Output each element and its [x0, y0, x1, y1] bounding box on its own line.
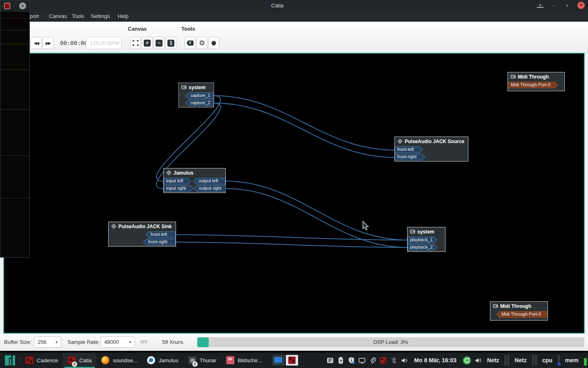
- node-midi-through-out[interactable]: Midi Through Midi Through Port-0: [508, 72, 565, 91]
- tools-configure-button[interactable]: ⚙: [196, 37, 207, 49]
- network-graph: [504, 355, 509, 366]
- node-title-label: Midi Through: [518, 74, 549, 80]
- menu-tools[interactable]: Tools: [72, 13, 84, 19]
- volume-icon[interactable]: [475, 357, 482, 364]
- port-source-front-right[interactable]: front-right: [395, 154, 425, 160]
- canvas-zoom-fit-button[interactable]: [130, 37, 141, 49]
- mouse-cursor: [362, 221, 370, 231]
- close-button[interactable]: ×: [577, 2, 585, 9]
- task-jamulus[interactable]: Jamulus: [142, 352, 183, 368]
- clipboard-icon[interactable]: [327, 357, 334, 364]
- transport-time: 00:00:00: [60, 40, 87, 46]
- chevron-down-icon: ▾: [56, 340, 58, 344]
- window-controls: ▲ – ＋ ×: [537, 2, 585, 9]
- window-count-badge: 2: [192, 361, 198, 367]
- meter-scale-line: [1, 70, 29, 70]
- battery-icon[interactable]: [337, 357, 344, 364]
- meter-window[interactable]: ×: [0, 0, 30, 258]
- tools-record-button[interactable]: [208, 37, 219, 49]
- clear-icon: ×: [187, 40, 194, 46]
- menu-canvas[interactable]: Canvas: [49, 13, 67, 19]
- workspace-2-active[interactable]: [286, 355, 298, 366]
- sample-rate-select[interactable]: 48000 ▾: [100, 337, 135, 348]
- tools-clear-xruns-button[interactable]: ×: [185, 37, 196, 49]
- system-tray: Mo 8 Mär, 16:03 Netz Netz cpu mem swap 5…: [327, 355, 588, 366]
- workspace-pager[interactable]: [272, 355, 298, 366]
- port-sink-front-right[interactable]: front-right: [143, 239, 176, 245]
- meter-scale-line: [1, 44, 29, 44]
- node-title-label: Midi Through: [500, 303, 531, 309]
- node-system-capture[interactable]: system capture_1 capture_2: [178, 83, 214, 108]
- patchbay-tray-icon[interactable]: [380, 357, 387, 364]
- manjaro-menu-icon[interactable]: [5, 355, 15, 366]
- minimize-button[interactable]: –: [550, 2, 557, 9]
- port-midi-through-out[interactable]: Midi Through Port-0: [508, 82, 558, 88]
- taskbar: ⁞⁞ Cadence 2 Catia soundse... Jamulus 2 …: [0, 352, 588, 368]
- port-jamulus-input-left[interactable]: input left: [164, 178, 191, 184]
- volume-icon[interactable]: [401, 357, 408, 364]
- canvas-zoom-in-button[interactable]: +: [142, 37, 153, 49]
- sample-rate-label: Sample Rate:: [67, 339, 100, 345]
- transport-backward-button[interactable]: ◀◀: [31, 37, 42, 49]
- node-pulseaudio-jack-sink[interactable]: PulseAudio JACK Sink front-left front-ri…: [108, 222, 176, 247]
- transport-forward-button[interactable]: ▶▶: [42, 37, 53, 49]
- task-cadence[interactable]: Cadence: [20, 352, 63, 368]
- port-jamulus-output-left[interactable]: output left: [193, 178, 225, 184]
- port-playback-1[interactable]: playback_1: [408, 237, 438, 243]
- node-title-label: Jamulus: [174, 170, 194, 176]
- node-pulseaudio-jack-source[interactable]: PulseAudio JACK Source front-left front-…: [394, 137, 468, 162]
- canvas-zoom-out-button[interactable]: −: [154, 37, 165, 49]
- canvas-zoom-100-button[interactable]: 1: [165, 37, 176, 49]
- menu-help[interactable]: Help: [118, 13, 129, 19]
- paperclip-icon[interactable]: [369, 357, 376, 364]
- bpm-input[interactable]: [86, 37, 122, 49]
- cpu-monitor-label[interactable]: cpu: [542, 357, 552, 364]
- close-icon[interactable]: ×: [19, 2, 26, 9]
- node-midi-through-in[interactable]: Midi Through Midi Through Port-0: [490, 301, 548, 321]
- mem-monitor-label[interactable]: mem: [565, 357, 579, 364]
- task-screenshot[interactable]: Bildschir...: [221, 352, 267, 368]
- port-jamulus-input-right[interactable]: input right: [164, 185, 194, 192]
- node-system-playback[interactable]: system playback_1 playback_2: [407, 227, 445, 252]
- dsp-load-text: DSP Load: 3%: [197, 339, 584, 345]
- bluetooth-off-icon[interactable]: [390, 357, 397, 364]
- port-source-front-left[interactable]: front-left: [395, 146, 423, 153]
- network-monitor-label[interactable]: Netz: [487, 357, 499, 364]
- buffer-size-select[interactable]: 256 ▾: [34, 337, 61, 348]
- realtime-label: RT: [140, 339, 147, 345]
- clock[interactable]: Mo 8 Mär, 16:03: [414, 357, 457, 364]
- port-sink-front-left[interactable]: front-left: [145, 231, 176, 238]
- task-catia[interactable]: 2 Catia: [63, 352, 96, 368]
- maximize-button[interactable]: ＋: [564, 2, 570, 9]
- task-thunar[interactable]: 2 Thunar: [183, 352, 221, 368]
- dsp-load-bar: DSP Load: 3%: [197, 337, 584, 347]
- shield-info-icon[interactable]: [348, 357, 355, 364]
- port-playback-2[interactable]: playback_2: [408, 244, 438, 251]
- application-icon: [111, 224, 116, 229]
- display-icon[interactable]: [359, 357, 365, 364]
- workspace-1[interactable]: [272, 355, 285, 366]
- hardware-icon: [410, 229, 415, 234]
- menubar: Transport Canvas Tools Settings Help: [0, 11, 588, 22]
- cpu-graph: [558, 355, 560, 366]
- screenshot-icon: [226, 356, 234, 364]
- meter-titlebar: ×: [0, 0, 29, 12]
- node-jamulus[interactable]: Jamulus input left output left input rig…: [163, 168, 226, 193]
- update-ready-icon[interactable]: [463, 356, 471, 365]
- port-capture-2[interactable]: capture_2: [185, 100, 214, 106]
- window-thumbnail: [274, 357, 282, 364]
- zoom-100-icon: 1: [167, 40, 174, 47]
- catia-window: Catia ▲ – ＋ × Transport Canvas Tools Set…: [0, 0, 588, 351]
- shade-button[interactable]: ▲: [537, 3, 543, 8]
- window-count-badge: 2: [72, 361, 77, 367]
- application-icon: [166, 170, 172, 175]
- network-monitor-label[interactable]: Netz: [514, 357, 527, 364]
- task-soundsettings[interactable]: soundse...: [96, 352, 142, 368]
- cpu-indicator: [558, 363, 561, 366]
- menu-settings[interactable]: Settings: [91, 13, 110, 19]
- node-title-label: PulseAudio JACK Sink: [118, 224, 172, 229]
- port-capture-1[interactable]: capture_1: [185, 92, 214, 99]
- port-midi-through-in[interactable]: Midi Through Port-0: [496, 311, 547, 318]
- patchbay-canvas[interactable]: system capture_1 capture_2 Midi Through …: [3, 53, 585, 334]
- port-jamulus-output-right[interactable]: output right: [194, 185, 226, 192]
